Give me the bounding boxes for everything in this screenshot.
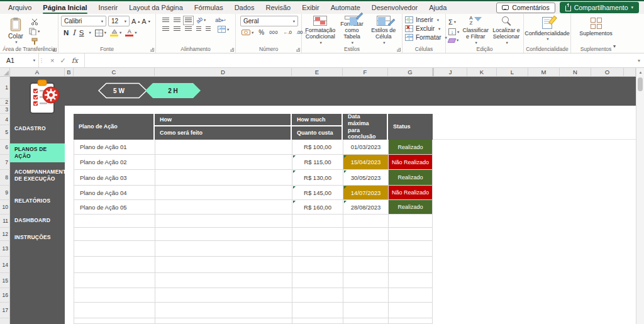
column-header-E[interactable]: E [292, 68, 343, 76]
align-left-button[interactable] [162, 26, 169, 32]
cell-cost[interactable]: R$ 115,00 [292, 155, 343, 169]
empty-cell[interactable] [388, 318, 433, 323]
align-bottom-button[interactable] [185, 18, 192, 23]
empty-cell[interactable] [292, 215, 343, 227]
cell-cost[interactable]: R$ 145,00 [292, 186, 343, 199]
ribbon-tab-revisão[interactable]: Revisão [260, 1, 296, 14]
column-header-D[interactable]: D [155, 68, 292, 76]
column-header-O[interactable]: O [591, 68, 624, 76]
empty-cell[interactable] [388, 241, 433, 256]
format-cells-button[interactable]: Formatar▾ [405, 34, 443, 41]
cell-plan[interactable]: Plano de Ação 03 [74, 170, 155, 185]
cell-cost[interactable]: R$ 130,00 [292, 170, 343, 185]
conditional-formatting-button[interactable]: Formatação Condicional▾ [304, 16, 336, 45]
empty-cell[interactable] [155, 303, 292, 318]
ribbon-tab-inserir[interactable]: Inserir [93, 1, 124, 14]
sidebar-item-instru-es[interactable]: INSTRUÇÕES [10, 230, 65, 244]
align-center-button[interactable] [174, 26, 180, 32]
decrease-indent-button[interactable] [196, 26, 201, 32]
header-how-sub[interactable]: Como será feito [155, 126, 291, 140]
format-as-table-button[interactable]: Formatar como Tabela▾ [336, 16, 367, 45]
empty-cell[interactable] [74, 318, 155, 323]
copy-button[interactable]: ▾ [29, 28, 40, 35]
column-header-N[interactable]: N [560, 68, 591, 76]
clear-button[interactable]: ▾ [448, 38, 459, 43]
column-header-L[interactable]: L [497, 68, 528, 76]
addins-button[interactable]: Suplementos [577, 18, 616, 36]
row-header-8[interactable]: 8 [0, 170, 10, 186]
cell-how[interactable] [155, 155, 292, 169]
empty-cell[interactable] [155, 273, 292, 288]
italic-button[interactable]: I [72, 28, 75, 37]
font-color-button[interactable]: A ▾ [125, 29, 136, 36]
header-how[interactable]: How [155, 114, 291, 125]
empty-cell[interactable] [292, 303, 343, 318]
header-plan[interactable]: Plano de Ação [74, 114, 153, 140]
comments-button[interactable]: Comentários [496, 3, 555, 13]
tab-5w[interactable]: 5 W [91, 82, 147, 99]
row-header-12[interactable]: 12 [0, 228, 10, 241]
delete-cells-button[interactable]: Excluir▾ [405, 25, 443, 32]
row-header-5[interactable]: 5 [0, 125, 10, 140]
merge-center-button[interactable]: ▾ [218, 26, 229, 33]
column-header-J[interactable]: J [434, 68, 467, 76]
empty-cell[interactable] [155, 318, 292, 323]
row-header-17[interactable]: 17 [0, 303, 10, 318]
row-header-9[interactable]: 9 [0, 186, 10, 200]
status-badge[interactable]: Não Realizado [388, 186, 433, 199]
name-box[interactable]: A1 ▾ [0, 53, 39, 67]
align-top-button[interactable] [162, 18, 169, 23]
cell-deadline[interactable]: 30/05/2023 [343, 170, 388, 185]
clipboard-dialog-launcher[interactable] [53, 48, 57, 52]
empty-cell[interactable] [292, 257, 343, 272]
empty-cell[interactable] [343, 215, 388, 227]
row-header-14[interactable]: 14 [0, 257, 10, 273]
select-all-corner[interactable] [0, 68, 10, 76]
align-right-button[interactable] [185, 26, 192, 32]
empty-cell[interactable] [388, 257, 433, 272]
status-badge[interactable]: Realizado [388, 140, 433, 154]
column-header-B[interactable]: B [65, 68, 74, 76]
increase-decimal-button[interactable]: ←.0 [283, 30, 291, 35]
fill-color-button[interactable]: ▾ [110, 29, 121, 36]
grow-font-button[interactable]: A▴ [131, 18, 140, 25]
column-header-M[interactable]: M [528, 68, 560, 76]
font-size-combo[interactable]: 12▾ [108, 16, 130, 26]
scroll-up-icon[interactable]: ▲ [636, 68, 644, 76]
cell-how[interactable] [155, 140, 292, 154]
empty-cell[interactable] [74, 273, 155, 288]
header-how-much-sub[interactable]: Quanto custa [292, 126, 341, 140]
column-header-C[interactable]: C [74, 68, 155, 76]
cell-cost[interactable]: R$ 100,00 [292, 140, 343, 154]
empty-cell[interactable] [388, 288, 433, 302]
sensitivity-button[interactable]: Confidencialidade▾ [526, 17, 568, 42]
cell-deadline[interactable]: 28/08/2023 [343, 200, 388, 214]
number-format-combo[interactable]: Geral▾ [240, 16, 298, 26]
ribbon-tab-arquivo[interactable]: Arquivo [3, 1, 37, 14]
empty-cell[interactable] [343, 318, 388, 323]
cell-plan[interactable]: Plano de Ação 05 [74, 200, 155, 214]
ribbon-tab-automate[interactable]: Automate [325, 1, 366, 14]
bold-button[interactable]: N [64, 29, 69, 36]
sidebar-item-acompanhamento-de-execu-o[interactable]: ACOMPANHAMENTO DE EXECUÇÃO [10, 165, 65, 186]
empty-cell[interactable] [155, 288, 292, 302]
cell-deadline[interactable]: 14/07/2023 [343, 186, 388, 199]
status-badge[interactable]: Não Realizado [388, 155, 433, 169]
empty-cell[interactable] [155, 241, 292, 256]
row-header-6[interactable]: 6 [0, 140, 10, 155]
row-header-1[interactable]: 1 [0, 77, 10, 99]
sidebar-item-relat-rios[interactable]: RELATÓRIOS [10, 194, 65, 208]
collapse-ribbon-icon[interactable]: ▾ [613, 43, 616, 49]
format-painter-button[interactable] [29, 38, 40, 45]
find-select-button[interactable]: Localizar e Selecionar▾ [492, 16, 521, 45]
empty-cell[interactable] [155, 215, 292, 227]
empty-cell[interactable] [155, 228, 292, 240]
cell-styles-button[interactable]: Estilos de Célula▾ [368, 16, 399, 45]
sidebar-item-dashboard[interactable]: DASHBOARD [10, 213, 65, 227]
autosum-button[interactable]: Σ▾ [448, 18, 459, 26]
empty-cell[interactable] [343, 288, 388, 302]
column-header-F[interactable]: F [343, 68, 388, 76]
orientation-button[interactable]: ab▾ [196, 17, 206, 23]
empty-cell[interactable] [74, 288, 155, 302]
ribbon-tab-ajuda[interactable]: Ajuda [423, 1, 452, 14]
